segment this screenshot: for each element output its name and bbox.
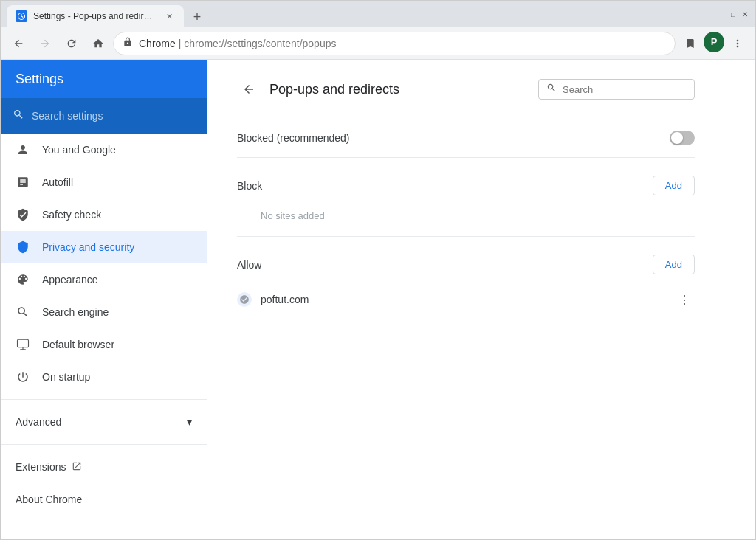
title-bar: Settings - Pop-ups and redirects ✕ + — □…: [1, 1, 755, 27]
profile-button[interactable]: P: [704, 32, 724, 52]
allow-favicon: [237, 292, 252, 307]
svg-rect-1: [18, 339, 29, 347]
allow-item: poftut.com ⋮: [237, 280, 695, 319]
bookmark-button[interactable]: [678, 32, 702, 55]
content-area: Pop-ups and redirects Blocked (recommend…: [207, 60, 755, 539]
minimize-button[interactable]: —: [717, 10, 726, 18]
allow-item-more-button[interactable]: ⋮: [674, 289, 695, 310]
person-icon: [16, 142, 30, 157]
sidebar-divider-2: [1, 444, 207, 445]
refresh-button[interactable]: [60, 32, 83, 55]
new-tab-button[interactable]: +: [187, 7, 207, 27]
chevron-down-icon: ▾: [187, 416, 192, 428]
window-controls: — □ ✕: [717, 10, 749, 18]
sidebar: Settings You and Google Autofill: [1, 60, 207, 539]
autofill-icon: [16, 175, 30, 190]
advanced-label: Advanced: [16, 416, 61, 428]
sidebar-label-safety-check: Safety check: [42, 209, 192, 221]
tab-close-button[interactable]: ✕: [163, 10, 175, 22]
sidebar-item-privacy-security[interactable]: Privacy and security: [1, 231, 207, 263]
allow-add-button[interactable]: Add: [653, 255, 695, 274]
address-text: Chrome | chrome://settings/content/popup…: [139, 38, 666, 49]
sidebar-item-you-google[interactable]: You and Google: [1, 134, 207, 166]
sidebar-label-privacy-security: Privacy and security: [42, 241, 192, 253]
sidebar-item-appearance[interactable]: Appearance: [1, 263, 207, 296]
maximize-button[interactable]: □: [729, 10, 738, 18]
toolbar-actions: P: [678, 32, 749, 55]
sidebar-label-search-engine: Search engine: [42, 306, 192, 318]
sidebar-item-autofill[interactable]: Autofill: [1, 166, 207, 198]
sidebar-advanced-toggle[interactable]: Advanced ▾: [1, 406, 207, 438]
block-section: Block Add No sites added: [237, 158, 695, 237]
extensions-label: Extensions: [16, 461, 66, 473]
back-button[interactable]: [7, 32, 30, 55]
tab-strip: Settings - Pop-ups and redirects ✕ +: [7, 1, 711, 27]
sidebar-title: Settings: [16, 72, 63, 87]
sidebar-label-appearance: Appearance: [42, 274, 192, 285]
browser-icon: [16, 337, 30, 352]
block-empty-text: No sites added: [237, 201, 695, 230]
home-button[interactable]: [86, 32, 110, 55]
search-settings-input[interactable]: [32, 110, 195, 122]
forward-button[interactable]: [33, 32, 57, 55]
content-inner: Pop-ups and redirects Blocked (recommend…: [207, 60, 724, 342]
page-header: Pop-ups and redirects: [237, 77, 695, 101]
blocked-recommended-row: Blocked (recommended): [237, 119, 695, 158]
search-icon: [13, 108, 24, 123]
sidebar-label-autofill: Autofill: [42, 176, 192, 188]
sidebar-header: Settings: [1, 60, 207, 98]
page-search-bar[interactable]: [538, 79, 695, 100]
sidebar-about-chrome-link[interactable]: About Chrome: [1, 483, 207, 516]
address-bar[interactable]: Chrome | chrome://settings/content/popup…: [113, 32, 676, 55]
lock-icon: [123, 37, 133, 49]
tab-favicon: [16, 10, 27, 22]
toggle-thumb: [671, 132, 683, 144]
sidebar-item-on-startup[interactable]: On startup: [1, 361, 207, 393]
blocked-label: Blocked (recommended): [237, 132, 350, 144]
sidebar-label-default-browser: Default browser: [42, 339, 192, 350]
palette-icon: [16, 272, 30, 287]
page-title: Pop-ups and redirects: [269, 82, 399, 97]
power-icon: [16, 370, 30, 384]
page-header-left: Pop-ups and redirects: [237, 77, 399, 101]
tab-title: Settings - Pop-ups and redirects: [33, 11, 157, 21]
sidebar-item-safety-check[interactable]: Safety check: [1, 198, 207, 231]
page-back-button[interactable]: [237, 77, 261, 101]
sidebar-item-default-browser[interactable]: Default browser: [1, 328, 207, 361]
active-tab[interactable]: Settings - Pop-ups and redirects ✕: [7, 5, 184, 27]
search-nav-icon: [16, 305, 30, 319]
toolbar: Chrome | chrome://settings/content/popup…: [1, 27, 755, 60]
block-add-button[interactable]: Add: [653, 176, 695, 195]
security-icon: [16, 240, 30, 255]
page-search-icon: [546, 83, 557, 96]
chrome-menu-button[interactable]: [726, 32, 749, 55]
close-button[interactable]: ✕: [740, 10, 749, 18]
block-header: Block: [237, 180, 262, 192]
sidebar-label-on-startup: On startup: [42, 371, 192, 383]
allow-header: Allow: [237, 259, 261, 271]
sidebar-divider-1: [1, 399, 207, 400]
sidebar-extensions-link[interactable]: Extensions: [1, 451, 207, 483]
external-link-icon: [72, 461, 82, 474]
shield-icon: [16, 207, 30, 222]
allow-section: Allow Add poftut.com ⋮: [237, 237, 695, 325]
about-chrome-label: About Chrome: [16, 494, 82, 505]
page-search-input[interactable]: [563, 84, 687, 95]
search-bar[interactable]: [1, 98, 207, 134]
blocked-toggle[interactable]: [670, 131, 695, 145]
allow-domain-text: poftut.com: [261, 294, 665, 305]
main-container: Settings You and Google Autofill: [1, 60, 755, 539]
sidebar-label-you-google: You and Google: [42, 144, 192, 156]
sidebar-item-search-engine[interactable]: Search engine: [1, 296, 207, 328]
